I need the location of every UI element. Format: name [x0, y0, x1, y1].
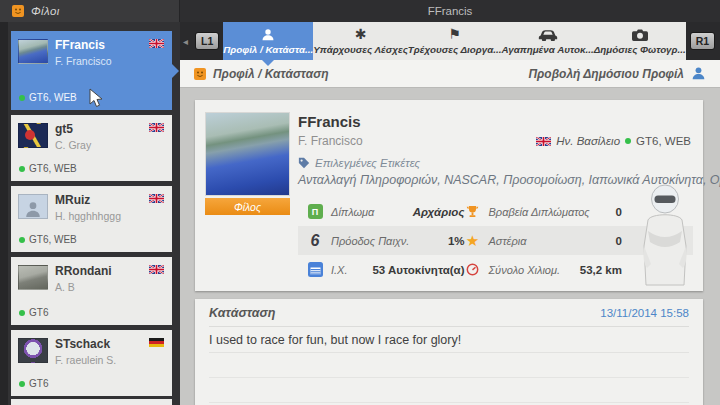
friend-real-name: A. B — [55, 281, 75, 293]
online-dot-icon — [19, 237, 25, 243]
profile-country: Ην. Βασίλειο — [556, 135, 620, 147]
online-dot-icon — [19, 310, 25, 316]
uk-flag-icon — [149, 39, 164, 48]
star-icon: ★ — [465, 232, 481, 250]
friend-thumbnail — [18, 265, 48, 290]
tab-profile-status[interactable]: Προφίλ / Κατάστα... — [223, 22, 313, 60]
window-title: FFrancis — [180, 0, 720, 22]
friend-real-name: F. raeulein S. — [55, 354, 116, 366]
view-public-profile-button[interactable]: Προβολή Δημόσιου Προφίλ — [528, 66, 706, 81]
top-bar-left: Φίλοι — [0, 0, 180, 22]
person-icon — [261, 27, 275, 42]
profile-online-status: GT6, WEB — [636, 135, 691, 147]
status-empty-row — [209, 353, 689, 378]
profile-info: FFrancis F. Francisco Ην. Βασίλειο GT6, … — [298, 113, 691, 187]
status-message: I used to race for fun, but now I race f… — [209, 327, 689, 353]
r1-shoulder-button[interactable]: R1 — [690, 32, 715, 50]
tag-icon — [298, 157, 310, 169]
profile-location: Ην. Βασίλειο GT6, WEB — [536, 135, 691, 147]
online-dot-icon — [19, 166, 25, 172]
uk-flag-icon — [149, 123, 164, 132]
friend-real-name: C. Gray — [55, 139, 91, 151]
car-icon — [538, 27, 558, 42]
racing-driver-figure — [635, 184, 695, 287]
online-dot-icon — [19, 95, 25, 101]
top-bar: Φίλοι FFrancis — [0, 0, 720, 22]
license-icon: Π — [307, 204, 323, 219]
friend-status: GT6, WEB — [19, 234, 77, 245]
gt6-progress-icon: 6 — [307, 232, 323, 250]
main-panel: Προφίλ / Κατάσταση Προβολή Δημόσιου Προφ… — [180, 60, 720, 405]
status-title: Κατάσταση — [209, 306, 276, 320]
friend-status: GT6, WEB — [19, 92, 77, 103]
smiley-icon — [12, 5, 24, 17]
flag-icon: ⚑ — [448, 27, 461, 42]
l1-shoulder-button[interactable]: L1 — [195, 32, 219, 50]
friend-card-ffrancis[interactable]: FFrancis F. Francisco GT6, WEB — [11, 31, 172, 110]
status-timestamp: 13/11/2014 15:58 — [600, 307, 689, 319]
friend-thumbnail — [18, 194, 48, 219]
trophy-icon — [465, 205, 481, 218]
subheader: Προφίλ / Κατάσταση Προβολή Δημόσιου Προφ… — [180, 60, 720, 88]
tab-favorite-cars[interactable]: Αγαπημένα Αυτοκ... — [501, 22, 593, 60]
friend-name: RRondani — [55, 264, 112, 278]
friend-status: GT6, WEB — [19, 163, 77, 174]
person-icon — [691, 66, 706, 81]
friend-card-partial[interactable] — [11, 399, 172, 405]
status-header: Κατάσταση 13/11/2014 15:58 — [209, 299, 689, 327]
uk-flag-icon — [149, 194, 164, 203]
friend-card-gt5[interactable]: gt5 C. Gray GT6, WEB — [11, 115, 172, 181]
garage-icon — [307, 262, 323, 277]
friend-name: FFrancis — [55, 38, 105, 52]
tab-existing-clubs[interactable]: ✱ Υπάρχουσες Λέσχες — [313, 22, 408, 60]
friend-name: MRuiz — [55, 193, 90, 207]
profile-photo — [205, 112, 290, 196]
online-dot-icon — [625, 138, 631, 144]
selected-tags: Ανταλλαγή Πληροφοριών, NASCAR, Προσομοίω… — [298, 173, 691, 187]
gt6-community-app: Φίλοι FFrancis FFrancis F. Francisco GT6… — [0, 0, 720, 405]
avatar-placeholder-icon — [24, 200, 42, 218]
status-card: Κατάσταση 13/11/2014 15:58 I used to rac… — [195, 299, 703, 405]
camera-icon — [632, 27, 648, 42]
friend-thumbnail — [18, 338, 48, 363]
stats-row: Π Δίπλωμα Αρχάριος Βραβεία Διπλώματος 0 — [298, 197, 693, 226]
tab-public-photos[interactable]: Δημόσιες Φωτογρ... — [594, 22, 686, 60]
asterisk-icon: ✱ — [355, 27, 367, 42]
tab-strip: Προφίλ / Κατάστα... ✱ Υπάρχουσες Λέσχες … — [223, 22, 685, 60]
friend-card-stschack[interactable]: STschack F. raeulein S. GT6 — [11, 330, 172, 396]
friend-status: GT6 — [19, 378, 48, 389]
tabs-prev-icon[interactable]: ◂ — [180, 36, 191, 47]
uk-flag-icon — [149, 265, 164, 274]
stats-row: 6 Πρόοδος Παιχν. 1% ★ Αστέρια 0 — [298, 226, 693, 255]
stats-table: Π Δίπλωμα Αρχάριος Βραβεία Διπλώματος 0 … — [298, 197, 693, 284]
profile-card: Φίλος FFrancis F. Francisco Ην. Βασίλειο… — [195, 100, 703, 291]
tags-label: Επιλεγμένες Ετικέτες — [298, 157, 691, 169]
friend-status: GT6 — [19, 307, 48, 318]
uk-flag-icon — [536, 137, 551, 146]
page-title: Προφίλ / Κατάσταση — [213, 67, 329, 81]
smiley-icon — [194, 68, 206, 80]
section-title: Φίλοι — [31, 5, 60, 17]
friend-card-rrondani[interactable]: RRondani A. B GT6 — [11, 257, 172, 325]
online-dot-icon — [19, 381, 25, 387]
friend-thumbnail — [18, 123, 48, 148]
tab-bar: ◂ L1 Προφίλ / Κατάστα... ✱ Υπάρχουσες Λέ… — [180, 22, 720, 60]
profile-name: FFrancis — [298, 113, 691, 130]
friend-real-name: H. hgghhhggg — [55, 210, 121, 222]
odometer-icon — [465, 263, 481, 276]
germany-flag-icon — [149, 338, 164, 347]
profile-real-name: F. Francisco — [298, 134, 363, 148]
friend-badge-button[interactable]: Φίλος — [205, 198, 290, 215]
status-empty-row — [209, 378, 689, 403]
tab-current-events[interactable]: ⚑ Τρέχουσες Διοργα... — [408, 22, 502, 60]
friend-card-mruiz[interactable]: MRuiz H. hgghhhggg GT6, WEB — [11, 186, 172, 252]
friends-sidebar: FFrancis F. Francisco GT6, WEB gt5 C. Gr… — [0, 22, 180, 405]
friend-real-name: F. Francisco — [55, 55, 112, 67]
friend-name: STschack — [55, 337, 110, 351]
friend-name: gt5 — [55, 122, 73, 136]
friend-thumbnail — [18, 39, 48, 64]
stats-row: Ι.Χ. 53 Αυτοκίνητα(α) Σύνολο Χιλιομ. 53,… — [298, 255, 693, 284]
content-area: Φίλος FFrancis F. Francisco Ην. Βασίλειο… — [180, 88, 720, 405]
